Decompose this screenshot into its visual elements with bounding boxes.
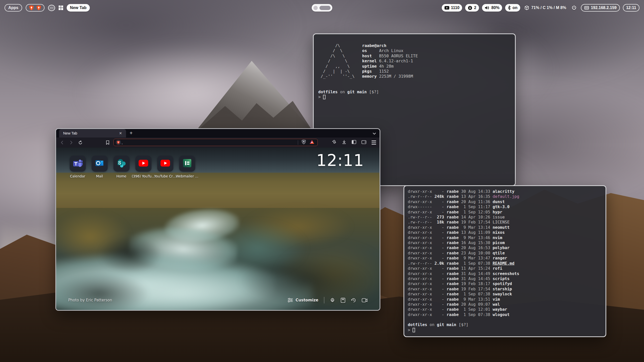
file-name: spotifyd — [493, 281, 512, 286]
file-name: scripts — [493, 276, 509, 281]
fetch-row: uptime 4h 28m — [362, 64, 418, 69]
url-bar[interactable] — [113, 139, 318, 146]
workspace-switcher[interactable] — [312, 4, 332, 12]
sliders-icon — [288, 298, 293, 302]
file-name: starship — [493, 287, 512, 291]
back-button[interactable] — [59, 139, 66, 146]
fetch-row: pkgs 1152 — [362, 69, 418, 74]
file-row: drwxr-xr-x - raabe 9 Mar 13:51 vim — [408, 297, 602, 302]
search-engine-badge[interactable] — [116, 140, 121, 145]
file-row: drwxr-xr-x - raabe 9 Mar 13:47 ranger — [408, 256, 602, 261]
bookmarks-button[interactable] — [106, 140, 109, 145]
file-name: polybar — [493, 245, 509, 250]
shortcut-label: YouTube Cr… — [154, 174, 176, 178]
shortcut-label: (396) YouTu… — [132, 174, 155, 178]
file-name: default.jpg — [493, 194, 519, 199]
file-listing: drwxr-xr-x - raabe 30 Aug 14:33 alacritt… — [408, 189, 602, 317]
window-title-label: New Tab — [67, 6, 90, 10]
shortcut-tile[interactable]: Home — [110, 156, 132, 178]
brave-talk-button[interactable] — [362, 298, 368, 302]
volume-widget[interactable]: 80% — [482, 4, 502, 12]
file-row: drwxr-xr-x - raabe 9 Mar 13:46 nvim — [408, 235, 602, 240]
package-icon — [524, 5, 529, 10]
terminal-cursor — [413, 328, 415, 332]
arch-ascii-logo: /\ / \ /\ \ / \ / ,, \ / | | -\ /_-'' ''… — [318, 43, 355, 79]
bluetooth-state: on — [512, 6, 517, 10]
file-row: drwxr-xr-x - raabe 20 Aug 09:07 wal — [408, 302, 602, 307]
prompt-line: > — [408, 328, 602, 333]
system-tray: 1110 2 80% on 71% / C 1% / M 8% — [442, 4, 639, 12]
workspace-active[interactable] — [319, 6, 331, 10]
file-name: vim — [493, 297, 500, 302]
updates-widget[interactable]: 2 — [465, 4, 479, 12]
shell-prompt: dotfiles on git main [$?] — [318, 89, 510, 95]
file-row: .rw-r--r-- 248k raabe 13 Apr 16:35 defau… — [408, 194, 602, 199]
file-row: drwxr-xr-x - raabe 30 Aug 14:33 alacritt… — [408, 189, 602, 194]
tab-new-tab[interactable]: New Tab ✕ — [59, 129, 126, 138]
shortcut-tile[interactable]: (396) YouTu… — [132, 156, 154, 178]
history-button[interactable] — [351, 298, 356, 303]
apps-button[interactable]: Apps — [5, 4, 22, 12]
file-name: issue — [493, 215, 505, 219]
brave-icon — [29, 5, 34, 11]
downloads-button[interactable] — [342, 140, 346, 145]
terminal-files-window[interactable]: drwxr-xr-x - raabe 30 Aug 14:33 alacritt… — [404, 185, 606, 337]
wallet-button[interactable] — [361, 140, 366, 145]
file-name: rofi — [493, 266, 502, 271]
shortcut-tile[interactable]: Mail — [89, 156, 110, 178]
topbar-left: Apps New Tab — [5, 4, 90, 12]
sidebar-button[interactable] — [352, 140, 356, 145]
forward-button[interactable] — [68, 139, 75, 146]
bluetooth-widget[interactable]: on — [505, 4, 520, 12]
shortcut-label: Calendar — [70, 174, 85, 178]
updates-count: 2 — [474, 6, 476, 10]
workspace-inactive[interactable] — [313, 6, 318, 10]
settings-button[interactable] — [330, 298, 335, 303]
newtab-clock: 12:11 — [316, 151, 364, 170]
snow-mountain — [194, 61, 314, 134]
active-window-title[interactable]: New Tab — [67, 4, 90, 12]
brave-shields-button[interactable] — [302, 140, 306, 145]
windows-launcher[interactable] — [59, 6, 63, 10]
file-row: drwxr-xr-x - raabe 31 Aug 14:49 screensh… — [408, 271, 602, 276]
bookmarks-panel-button[interactable] — [341, 298, 345, 303]
file-name: waybar — [493, 307, 507, 312]
tab-close-button[interactable]: ✕ — [118, 131, 123, 136]
file-row: drwxr-xr-x - raabe 1 Sep 07:38 swaylock — [408, 292, 602, 297]
youtube-icon — [445, 6, 449, 10]
sharepoint-icon — [117, 159, 126, 169]
file-row: drwxr-xr-x - raabe 19 Feb 18:17 spotifyd — [408, 281, 602, 286]
power-button[interactable] — [571, 5, 577, 11]
apps-label: Apps — [5, 6, 22, 10]
server-icon — [584, 6, 589, 10]
fetch-row: kernel 6.4.12-arch1-1 — [362, 59, 418, 64]
new-tab-button[interactable]: + — [126, 128, 136, 138]
tab-list-chevron-icon[interactable] — [373, 131, 376, 136]
youtube-icon — [160, 159, 170, 168]
clock-widget[interactable]: 12:11 — [623, 4, 639, 12]
file-name: screenshots — [493, 271, 519, 276]
reload-button[interactable] — [77, 139, 84, 146]
leo-ai-button[interactable] — [332, 140, 337, 146]
shortcut-tile[interactable]: Webmailer … — [176, 156, 198, 178]
file-row: drwxr-xr-x - raabe 1 Sep 12:01 waybar — [408, 307, 602, 312]
file-row: drwx------ - raabe 1 Sep 11:17 gtk-3.0 — [408, 204, 602, 209]
top-bar: Apps New Tab — [0, 4, 644, 12]
shortcut-tile[interactable]: Calendar — [67, 156, 89, 178]
file-name: nixos — [493, 230, 505, 235]
system-stats-widget[interactable]: 71% / C 1% / M 8% — [524, 5, 566, 10]
browser-window: New Tab ✕ + — [55, 128, 380, 311]
youtube-widget[interactable]: 1110 — [442, 4, 462, 12]
brave-launcher[interactable] — [26, 4, 45, 12]
network-widget[interactable]: 192.168.2.159 — [581, 4, 620, 12]
file-row: drwxr-xr-x - raabe 23 Aug 10:00 qtile — [408, 251, 602, 256]
customize-button[interactable]: Customize — [288, 298, 318, 302]
shortcut-tile[interactable]: YouTube Cr… — [154, 156, 176, 178]
file-name: README.md — [493, 261, 514, 266]
menu-button[interactable] — [372, 141, 376, 144]
brave-rewards-button[interactable] — [309, 140, 314, 145]
shortcut-label: Mail — [96, 174, 103, 178]
outlook-icon — [95, 159, 105, 169]
chat-launcher[interactable] — [48, 5, 55, 11]
file-name: qtile — [493, 251, 505, 255]
